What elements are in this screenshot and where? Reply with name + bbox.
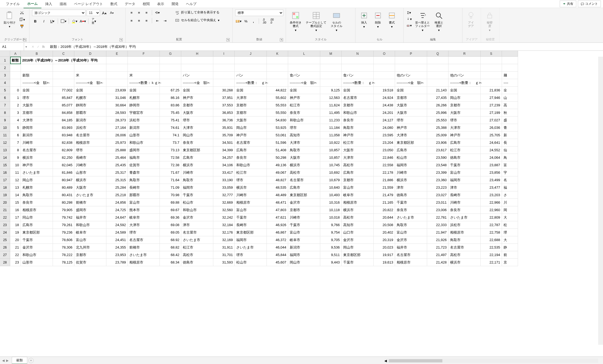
cell[interactable]: 麺 — [502, 72, 518, 79]
cell[interactable]: 10,679 — [320, 176, 342, 184]
cell[interactable]: 9,705 — [320, 236, 342, 244]
cell[interactable]: 74.61 — [160, 124, 181, 131]
share-button[interactable]: 共有 — [560, 1, 576, 7]
increase-font-button[interactable]: A▴ — [101, 10, 107, 16]
currency-button[interactable]: 💴▾ — [235, 18, 242, 24]
cell[interactable]: 川崎市 — [449, 199, 481, 206]
cell[interactable]: 21,165 — [374, 199, 395, 206]
cell[interactable]: 高松市 — [288, 169, 320, 176]
menu-developer[interactable]: 開発 — [168, 0, 182, 8]
cell[interactable]: 24,127 — [374, 117, 395, 124]
cell[interactable]: 23,590 — [427, 154, 449, 161]
cell[interactable]: 74.1 — [160, 131, 181, 139]
cell[interactable]: 神戸市 — [342, 131, 374, 139]
cell[interactable]: 84,858 — [53, 109, 74, 117]
cell[interactable]: 横浜市 — [235, 184, 267, 191]
cell[interactable] — [449, 64, 481, 72]
row-head-3[interactable]: 3 — [0, 72, 10, 79]
cell[interactable]: 金沢市 — [395, 236, 427, 244]
cell[interactable]: 東京都区部 — [235, 229, 267, 236]
cell[interactable]: さいたま市 — [21, 169, 53, 176]
cell[interactable]: 岡山市 — [449, 94, 481, 102]
cell[interactable]: 23,887 — [481, 161, 502, 169]
cell[interactable]: 51,596 — [267, 139, 288, 146]
cell[interactable]: 奈良市 — [181, 139, 213, 146]
cell[interactable]: 浜松市 — [128, 117, 160, 124]
cell[interactable] — [53, 72, 74, 79]
cell[interactable]: 82,250 — [53, 154, 74, 161]
cell[interactable]: 23,027 — [427, 191, 449, 199]
row-head-23[interactable]: 23 — [0, 221, 10, 229]
cell[interactable]: 他のパン — [395, 72, 427, 79]
cell[interactable]: 71.67 — [160, 169, 181, 176]
cell[interactable]: 46,867 — [267, 229, 288, 236]
cell[interactable]: 22,333 — [427, 221, 449, 229]
cell[interactable]: 京 — [502, 259, 518, 266]
cell[interactable]: 25,973 — [106, 139, 128, 146]
cell[interactable]: 松山市 — [181, 199, 213, 206]
cell[interactable]: 新潟市 — [288, 244, 320, 251]
row-head-1[interactable]: 1 — [0, 57, 10, 64]
cell[interactable] — [74, 64, 106, 72]
cell[interactable]: 26,006 — [106, 131, 128, 139]
cell[interactable]: 28,373 — [106, 117, 128, 124]
cell[interactable]: 岡山市 — [21, 176, 53, 184]
cell[interactable]: 京都市 — [342, 176, 374, 184]
cell[interactable]: 24,589 — [106, 229, 128, 236]
cell[interactable]: 11,624 — [320, 102, 342, 109]
cell[interactable]: 67.25 — [160, 87, 181, 94]
cell[interactable]: 22,809 — [481, 214, 502, 221]
cell[interactable] — [21, 64, 53, 72]
row-head-13[interactable]: 13 — [0, 146, 10, 154]
row-head-11[interactable]: 11 — [0, 131, 10, 139]
cell[interactable]: 鳥取市 — [449, 236, 481, 244]
cell[interactable]: 川崎市 — [74, 161, 106, 169]
menu-draw[interactable]: 描画 — [56, 0, 70, 8]
cell[interactable]: 22,758 — [481, 229, 502, 236]
cell[interactable]: 28,593 — [106, 109, 128, 117]
row-head-2[interactable]: 2 — [0, 64, 10, 72]
cell[interactable]: 11 — [10, 169, 21, 176]
cell[interactable]: 25,317 — [106, 169, 128, 176]
row-head-19[interactable]: 19 — [0, 191, 10, 199]
cell[interactable]: 京都市 — [342, 102, 374, 109]
cell[interactable]: 堺市 — [395, 117, 427, 124]
cell[interactable]: 75.45 — [160, 109, 181, 117]
cell[interactable]: 24,355 — [106, 244, 128, 251]
cell[interactable]: 71.64 — [160, 176, 181, 184]
font-launcher[interactable]: ⬊ — [119, 38, 123, 41]
cell[interactable]: 福岡市 — [181, 184, 213, 191]
cell[interactable]: 前橋市 — [128, 244, 160, 251]
conditional-format-button[interactable]: 条件付き 書式▾ — [289, 10, 303, 33]
cell[interactable]: 73.13 — [160, 146, 181, 154]
cell[interactable]: 31,046 — [106, 94, 128, 102]
cell[interactable] — [502, 64, 518, 72]
fill-button[interactable]: ▾ — [406, 16, 412, 22]
formula-input[interactable] — [48, 43, 603, 51]
cell[interactable]: 79,236 — [53, 229, 74, 236]
col-head-C[interactable]: C — [53, 51, 74, 57]
cell[interactable]: 10,857 — [320, 146, 342, 154]
cell[interactable]: 岡山市 — [288, 259, 320, 266]
cell[interactable]: --------<数量： ｇ>- — [342, 79, 374, 87]
cell[interactable]: 2 — [10, 102, 21, 109]
cell[interactable]: 千葉市 — [21, 236, 53, 244]
cell[interactable] — [235, 64, 267, 72]
cell[interactable]: 12 — [10, 176, 21, 184]
cell[interactable]: 32,176 — [213, 229, 235, 236]
cell[interactable]: 37,553 — [213, 102, 235, 109]
cell[interactable]: 69.67 — [160, 206, 181, 214]
cell[interactable]: 福井市 — [395, 244, 427, 251]
cell[interactable]: 徳島市 — [181, 259, 213, 266]
cell[interactable]: 大津市 — [288, 139, 320, 146]
cell[interactable]: 札幌市 — [74, 94, 106, 102]
cell[interactable]: 堺市 — [128, 229, 160, 236]
cell[interactable]: 15 — [10, 199, 21, 206]
cell[interactable]: 大阪市 — [395, 109, 427, 117]
cell[interactable]: 京都市 — [288, 206, 320, 214]
cell[interactable]: 千葉市 — [342, 259, 374, 266]
cell[interactable] — [128, 64, 160, 72]
cell[interactable]: 福岡市 — [395, 161, 427, 169]
cell[interactable]: 穀類 — [21, 72, 53, 79]
cell[interactable]: 堺市 — [288, 124, 320, 131]
